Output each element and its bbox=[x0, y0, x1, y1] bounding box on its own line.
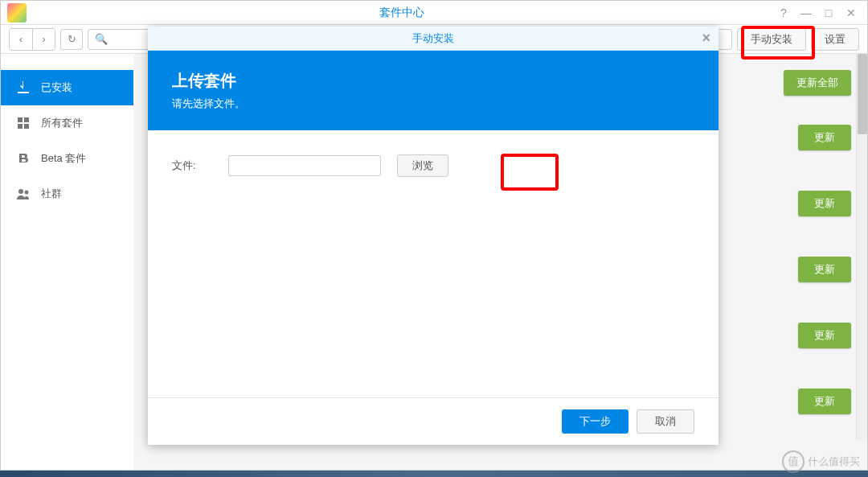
maximize-icon[interactable]: □ bbox=[822, 6, 835, 19]
beta-icon bbox=[15, 150, 31, 167]
modal-close-button[interactable]: × bbox=[702, 30, 710, 47]
settings-button[interactable]: 设置 bbox=[811, 28, 859, 51]
scrollbar[interactable] bbox=[856, 54, 867, 440]
browse-button[interactable]: 浏览 bbox=[397, 154, 448, 177]
sidebar-item-label: Beta 套件 bbox=[41, 151, 86, 166]
modal-banner-subtitle: 请先选择文件。 bbox=[172, 97, 694, 111]
download-icon bbox=[15, 80, 31, 96]
update-button[interactable]: 更新 bbox=[798, 323, 851, 348]
forward-button[interactable]: › bbox=[32, 29, 55, 50]
titlebar: 套件中心 ? — □ ✕ bbox=[1, 1, 867, 25]
modal-header: 手动安装 × bbox=[148, 27, 719, 51]
manual-install-dialog: 手动安装 × 上传套件 请先选择文件。 文件: 浏览 下一步 取消 bbox=[148, 27, 719, 445]
sidebar-item-community[interactable]: 社群 bbox=[1, 176, 133, 212]
sidebar: 已安装 所有套件 Beta 套件 社群 bbox=[1, 54, 133, 470]
help-icon[interactable]: ? bbox=[777, 6, 790, 19]
back-button[interactable]: ‹ bbox=[10, 29, 32, 50]
modal-footer: 下一步 取消 bbox=[148, 397, 719, 445]
watermark: 值 什么值得买 bbox=[782, 450, 860, 473]
next-button[interactable]: 下一步 bbox=[562, 409, 628, 434]
sidebar-item-all-packages[interactable]: 所有套件 bbox=[1, 105, 133, 141]
cancel-button[interactable]: 取消 bbox=[637, 409, 694, 434]
file-path-input[interactable] bbox=[228, 155, 381, 176]
sidebar-item-installed[interactable]: 已安装 bbox=[1, 70, 133, 105]
update-button[interactable]: 更新 bbox=[798, 257, 851, 282]
modal-body: 文件: 浏览 bbox=[148, 130, 719, 201]
chevron-left-icon: ‹ bbox=[19, 33, 23, 45]
svg-point-4 bbox=[18, 189, 23, 194]
refresh-icon: ↻ bbox=[68, 33, 76, 45]
svg-point-5 bbox=[25, 191, 29, 195]
svg-rect-3 bbox=[24, 124, 29, 129]
svg-rect-0 bbox=[18, 117, 23, 122]
grid-icon bbox=[15, 115, 31, 131]
app-icon bbox=[7, 3, 27, 23]
manual-install-button[interactable]: 手动安装 bbox=[737, 28, 806, 51]
chevron-right-icon: › bbox=[42, 33, 45, 45]
file-label: 文件: bbox=[172, 158, 212, 173]
refresh-button[interactable]: ↻ bbox=[60, 29, 83, 50]
sidebar-item-label: 社群 bbox=[41, 187, 62, 201]
svg-rect-2 bbox=[18, 124, 23, 129]
close-icon[interactable]: ✕ bbox=[845, 6, 858, 19]
update-button[interactable]: 更新 bbox=[798, 191, 851, 216]
watermark-icon: 值 bbox=[782, 450, 805, 473]
scrollbar-thumb[interactable] bbox=[858, 54, 867, 134]
desktop-taskbar-edge bbox=[0, 471, 868, 477]
search-icon: 🔍 bbox=[95, 33, 108, 45]
people-icon bbox=[15, 186, 31, 202]
svg-rect-1 bbox=[24, 117, 29, 122]
watermark-text: 什么值得买 bbox=[808, 454, 860, 469]
minimize-icon[interactable]: — bbox=[800, 6, 813, 19]
sidebar-item-beta[interactable]: Beta 套件 bbox=[1, 141, 133, 176]
modal-banner: 上传套件 请先选择文件。 bbox=[148, 51, 719, 130]
modal-banner-title: 上传套件 bbox=[172, 70, 694, 92]
sidebar-item-label: 已安装 bbox=[41, 80, 72, 95]
update-all-button[interactable]: 更新全部 bbox=[784, 70, 851, 96]
sidebar-item-label: 所有套件 bbox=[41, 116, 83, 130]
update-button[interactable]: 更新 bbox=[798, 125, 851, 150]
window-title: 套件中心 bbox=[27, 6, 777, 20]
modal-title: 手动安装 bbox=[412, 31, 454, 46]
update-button[interactable]: 更新 bbox=[798, 389, 851, 414]
